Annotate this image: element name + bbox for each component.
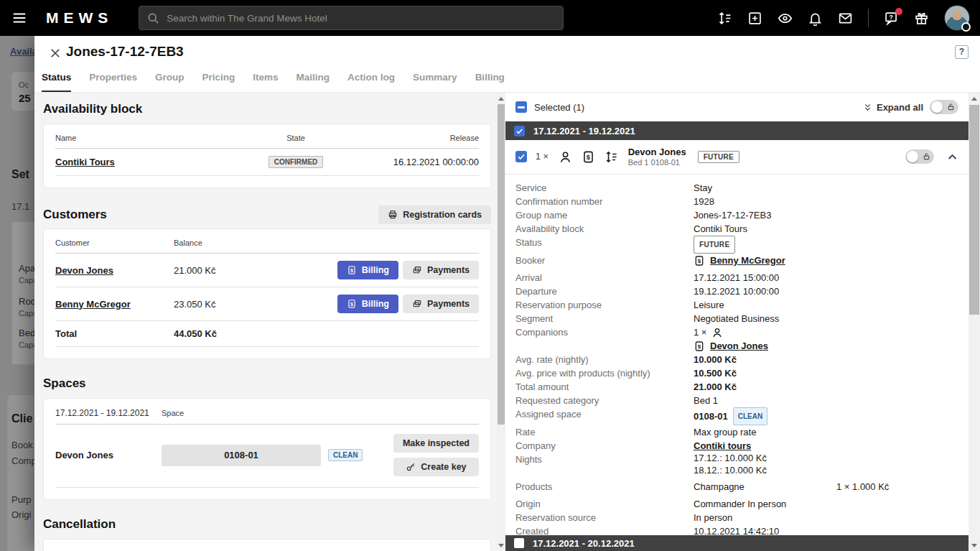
toggle-knob (907, 151, 918, 162)
spaces-card: 17.12.2021 - 19.12.2021 Space Devon Jone… (43, 398, 491, 500)
customer-link[interactable]: Devon Jones (55, 265, 113, 276)
add-icon[interactable] (747, 11, 762, 26)
receipt-dollar-icon[interactable]: $ (582, 150, 595, 164)
group-date-range: 17.12.2021 - 19.12.2021 (533, 126, 635, 136)
sort-list-icon[interactable] (717, 11, 732, 26)
check-icon (517, 152, 526, 161)
tab-summary[interactable]: Summary (413, 72, 457, 92)
lock-open-icon (947, 103, 955, 111)
billing-button[interactable]: $ Billing (337, 261, 398, 279)
field-row-rate: RateMax group rate (505, 425, 969, 439)
space-guest-name: Devon Jones (55, 450, 162, 460)
reservation-checkbox[interactable] (515, 151, 527, 162)
group-date-range: 17.12.2021 - 20.12.2021 (533, 538, 635, 549)
space-selector[interactable]: 0108-01 (162, 445, 321, 466)
scrollbar-thumb[interactable] (498, 104, 505, 425)
field-label: Reservation source (515, 511, 694, 524)
tab-action-log[interactable]: Action log (347, 72, 395, 92)
user-avatar[interactable] (944, 5, 970, 31)
mews-logo[interactable]: MEWS (46, 9, 113, 27)
group-checkbox[interactable] (514, 126, 525, 136)
confirmed-badge: CONFIRMED (269, 156, 324, 168)
reservation-summary-pane: Selected (1) Expand all 17.12.2021 (505, 93, 969, 551)
envelope-icon[interactable] (838, 11, 853, 26)
availability-block-card: Name State Release Contiki Tours CONFIRM… (43, 124, 491, 188)
reservation-group-header[interactable]: 17.12.2021 - 20.12.2021 (505, 535, 969, 551)
reservation-group-header[interactable]: 17.12.2021 - 19.12.2021 (505, 121, 969, 140)
help-bubble-icon[interactable]: ? (884, 11, 899, 26)
help-button[interactable]: ? (955, 45, 969, 59)
eye-icon[interactable] (778, 11, 793, 26)
tab-billing[interactable]: Billing (475, 72, 505, 92)
field-value: Champagne1 × 1.000 Kč (694, 480, 958, 494)
menu-icon[interactable] (11, 10, 27, 26)
field-label: Arrival (515, 271, 694, 284)
global-search[interactable] (139, 6, 564, 30)
booker-link[interactable]: Benny McGregor (710, 254, 785, 267)
product-price: 1 × 1.000 Kč (836, 480, 889, 494)
future-badge: FUTURE (694, 236, 735, 254)
reservation-status-pane: Availability block Name State Release Co… (34, 93, 497, 551)
billing-button[interactable]: $ Billing (337, 295, 398, 313)
companion-link[interactable]: Devon Jones (710, 339, 768, 353)
release-datetime: 16.12.2021 00:00:00 (357, 157, 479, 167)
tab-group[interactable]: Group (155, 72, 185, 92)
field-label: Confirmation number (515, 195, 694, 208)
printer-icon (388, 210, 398, 220)
collapse-icon[interactable] (946, 151, 958, 163)
field-label: Rate (515, 425, 694, 439)
field-value: Commander In person (694, 497, 786, 511)
person-icon[interactable] (559, 150, 572, 164)
lock-toggle[interactable] (930, 100, 958, 114)
company-link[interactable]: Contiki tours (694, 439, 751, 453)
field-value: Contiki tours (694, 439, 751, 453)
field-row-arrival: Arrival17.12.2021 15:00:00 (505, 271, 969, 284)
select-all-checkbox[interactable] (515, 101, 527, 113)
night-price: 18.12.: 10.000 Kč (694, 465, 767, 477)
make-inspected-button[interactable]: Make inspected (393, 434, 479, 453)
scroll-up-arrow[interactable] (969, 93, 980, 103)
gift-icon[interactable] (914, 11, 929, 26)
field-value: Max group rate (694, 425, 756, 439)
field-label: Companions (515, 325, 694, 339)
bell-icon[interactable] (808, 11, 823, 26)
field-label: Group name (515, 208, 694, 222)
topbar-divider (868, 9, 869, 27)
group-checkbox[interactable] (514, 538, 524, 548)
availability-block-link[interactable]: Contiki Tours (55, 157, 115, 167)
close-icon[interactable] (49, 47, 62, 60)
customer-balance: 23.050 Kč (174, 299, 337, 310)
field-row-companions: Companions1 × (505, 325, 969, 339)
tab-mailing[interactable]: Mailing (297, 72, 330, 92)
field-row-companion-link: $Devon Jones (505, 339, 969, 353)
field-value: Contiki Tours (694, 222, 747, 236)
scroll-down-arrow[interactable] (969, 540, 980, 550)
expand-all-button[interactable]: Expand all (863, 102, 923, 113)
customer-link[interactable]: Benny McGregor (55, 299, 131, 310)
field-label: Avg. rate (nightly) (515, 353, 694, 366)
search-input[interactable] (165, 12, 556, 24)
sort-list-icon[interactable] (605, 150, 618, 164)
right-pane-scrollbar[interactable] (969, 93, 980, 551)
payments-button[interactable]: Payments (403, 295, 479, 313)
cancellation-card: Reason * (43, 539, 491, 551)
background-nav-link: Availab (10, 46, 34, 57)
scroll-down-arrow[interactable] (497, 540, 505, 550)
create-key-button[interactable]: Create key (393, 458, 479, 476)
tab-properties[interactable]: Properties (89, 72, 137, 92)
scrollbar-thumb[interactable] (969, 105, 979, 315)
night-price: 17.12.: 10.000 Kč (694, 453, 767, 465)
registration-cards-button[interactable]: Registration cards (378, 205, 491, 224)
availability-block-row: Contiki Tours CONFIRMED 16.12.2021 00:00… (55, 149, 479, 176)
tab-status[interactable]: Status (42, 72, 71, 92)
svg-text:?: ? (889, 13, 892, 20)
tab-pricing[interactable]: Pricing (202, 72, 235, 92)
lock-toggle[interactable] (905, 149, 934, 164)
field-row-avg-rate-nightly-: Avg. rate (nightly)10.000 Kč (505, 353, 969, 366)
field-row-departure: Departure19.12.2021 10:00:00 (505, 284, 969, 298)
field-label: Booker (515, 254, 694, 267)
payments-button[interactable]: Payments (403, 261, 479, 279)
tab-items[interactable]: Items (253, 72, 278, 92)
scroll-up-arrow[interactable] (497, 93, 505, 103)
left-pane-scrollbar[interactable] (497, 93, 505, 551)
